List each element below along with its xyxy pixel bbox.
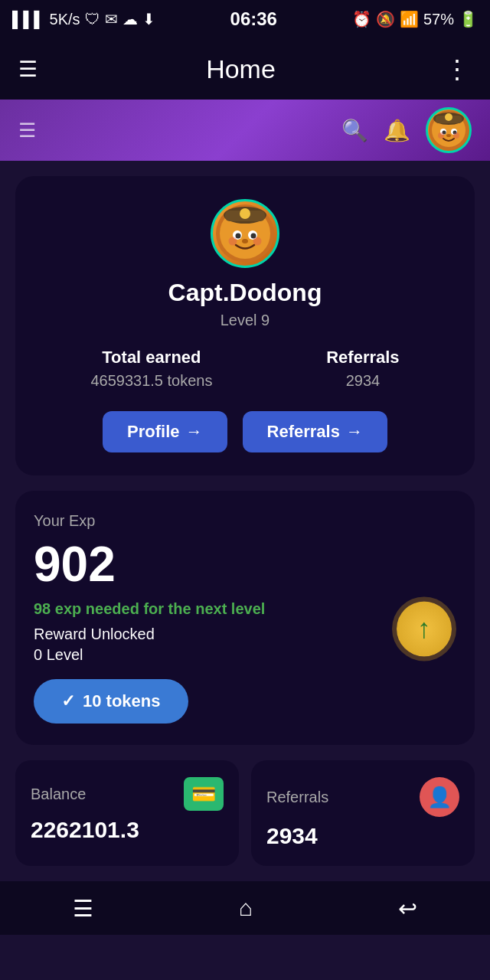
- person-icon: 👤: [420, 777, 459, 817]
- exp-label: Your Exp: [34, 512, 456, 530]
- app-title: Home: [206, 54, 276, 84]
- status-right: ⏰ 🔕 📶 57% 🔋: [352, 10, 478, 28]
- signal-speed: 5K/s: [50, 11, 80, 28]
- nav-back-icon: ↩: [398, 895, 417, 922]
- download-icon: ⬇: [142, 10, 155, 28]
- balance-card: Balance 💳 2262101.3: [15, 760, 239, 866]
- balance-label: Balance: [31, 786, 86, 803]
- exp-needed-amount: 98 exp: [34, 600, 81, 617]
- referrals-button[interactable]: Referrals →: [243, 411, 387, 452]
- banner-menu-icon[interactable]: ☰: [18, 119, 36, 142]
- svg-point-11: [453, 132, 459, 139]
- referrals-card-value: 2934: [266, 823, 459, 849]
- app-bar: ☰ Home ⋮: [0, 38, 490, 100]
- status-bar: ▌▌▌ 5K/s 🛡 ✉ ☁ ⬇ 06:36 ⏰ 🔕 📶 57% 🔋: [0, 0, 490, 38]
- referrals-label: Referrals: [326, 348, 399, 368]
- bottom-nav: ☰ ⌂ ↩: [0, 881, 490, 935]
- profile-username: Capt.Dodong: [168, 279, 322, 307]
- wallet-icon: 💳: [184, 777, 224, 811]
- nav-back-button[interactable]: ↩: [398, 895, 417, 922]
- main-content: Capt.Dodong Level 9 Total earned 4659331…: [0, 161, 490, 881]
- alarm-icon: ⏰: [352, 10, 371, 28]
- referrals-card-header: Referrals 👤: [266, 777, 459, 817]
- total-earned-value: 4659331.5 tokens: [90, 372, 212, 390]
- profile-buttons-row: Profile → Referrals →: [103, 411, 387, 452]
- svg-point-9: [446, 134, 451, 137]
- referrals-card: Referrals 👤 2934: [251, 760, 475, 866]
- profile-button[interactable]: Profile →: [103, 411, 227, 452]
- stats-row: Total earned 4659331.5 tokens Referrals …: [34, 348, 456, 390]
- battery-icon: 🔋: [459, 10, 478, 28]
- search-button[interactable]: 🔍: [341, 118, 368, 143]
- more-options-icon[interactable]: ⋮: [444, 54, 472, 84]
- profile-button-label: Profile: [127, 422, 179, 442]
- total-earned-stat: Total earned 4659331.5 tokens: [90, 348, 212, 390]
- status-left: ▌▌▌ 5K/s 🛡 ✉ ☁ ⬇: [12, 10, 155, 28]
- banner-left: ☰: [18, 119, 36, 142]
- reward-level: 0 Level: [34, 646, 456, 664]
- nav-menu-button[interactable]: ☰: [73, 895, 93, 922]
- notification-button[interactable]: 🔔: [384, 118, 410, 143]
- exp-needed: 98 exp needed for the next level: [34, 600, 456, 618]
- battery-value: 57%: [423, 11, 454, 28]
- profile-avatar: [211, 199, 279, 268]
- vpn-icon: 🛡: [85, 11, 100, 28]
- mail-icon: ✉: [105, 10, 118, 28]
- svg-point-10: [438, 132, 444, 139]
- status-time: 06:36: [230, 8, 277, 30]
- banner-icons: 🔍 🔔: [341, 107, 472, 153]
- profile-card: Capt.Dodong Level 9 Total earned 4659331…: [15, 176, 475, 475]
- balance-value: 2262101.3: [31, 817, 224, 843]
- svg-point-19: [236, 234, 241, 239]
- exp-needed-text: needed for the next level: [86, 600, 266, 617]
- profile-arrow-icon: →: [186, 422, 203, 442]
- avatar-svg: [428, 109, 469, 151]
- referrals-stat: Referrals 2934: [326, 348, 399, 390]
- referrals-arrow-icon: →: [346, 422, 363, 442]
- referrals-card-label: Referrals: [266, 789, 328, 806]
- menu-icon[interactable]: ☰: [18, 57, 38, 82]
- profile-avatar-svg: [214, 203, 276, 264]
- referrals-value: 2934: [326, 372, 399, 390]
- nav-home-icon: ⌂: [239, 895, 253, 921]
- nav-home-button[interactable]: ⌂: [239, 895, 253, 921]
- svg-point-22: [229, 237, 237, 246]
- signal-icon: ▌▌▌: [12, 11, 45, 28]
- tokens-label: 10 tokens: [83, 691, 161, 711]
- wifi-icon: 📶: [400, 10, 419, 28]
- profile-level: Level 9: [220, 312, 270, 329]
- svg-point-23: [253, 237, 262, 246]
- exp-value: 902: [34, 536, 456, 593]
- mute-icon: 🔕: [376, 10, 395, 28]
- level-up-button[interactable]: ↑: [397, 601, 452, 656]
- total-earned-label: Total earned: [90, 348, 212, 368]
- nav-menu-icon: ☰: [73, 895, 93, 922]
- check-icon: ✓: [61, 691, 75, 711]
- exp-card: Your Exp 902 98 exp needed for the next …: [15, 491, 475, 745]
- svg-point-4: [445, 113, 452, 121]
- bottom-cards-row: Balance 💳 2262101.3 Referrals 👤 2934: [15, 760, 475, 866]
- purple-banner: ☰ 🔍 🔔: [0, 100, 490, 161]
- referrals-button-label: Referrals: [267, 422, 340, 442]
- svg-point-21: [242, 239, 248, 243]
- tokens-button[interactable]: ✓ 10 tokens: [34, 679, 188, 724]
- cloud-icon: ☁: [122, 10, 138, 28]
- balance-header: Balance 💳: [31, 777, 224, 811]
- svg-point-16: [240, 208, 250, 219]
- user-avatar[interactable]: [426, 107, 472, 153]
- reward-label: Reward Unlocked: [34, 626, 456, 643]
- up-arrow-icon: ↑: [417, 612, 431, 645]
